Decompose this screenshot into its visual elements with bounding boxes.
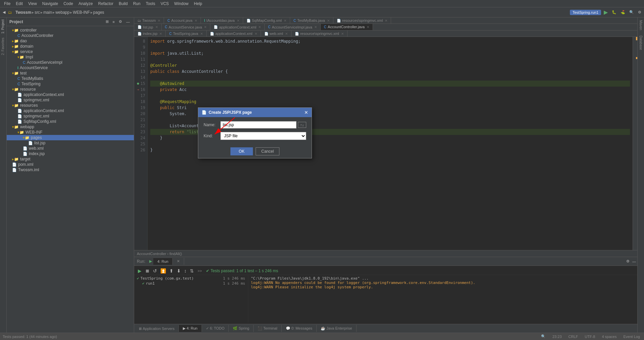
tree-controller[interactable]: ▾📁controller <box>7 28 134 33</box>
tab-close-sqlmap[interactable]: ✕ <box>284 19 286 22</box>
tree-resource[interactable]: ▾📁resource <box>7 87 134 92</box>
tab-close-testspring[interactable]: ✕ <box>200 32 203 36</box>
run-jump-btn[interactable]: ⏫ <box>159 268 167 274</box>
run-output[interactable]: "C:\Program Files\Java\jdk1.8.0_192\bin\… <box>248 275 637 323</box>
menu-analyze[interactable]: Analyze <box>76 1 96 7</box>
modal-kind-select[interactable]: JSP file JSPX file <box>220 132 306 140</box>
tree-twossmiml[interactable]: 📄Twossm.iml <box>7 167 134 173</box>
menu-navigate[interactable]: Navigate <box>40 1 61 7</box>
modal-ok-btn[interactable]: OK <box>230 147 253 155</box>
menu-code[interactable]: Code <box>61 1 76 7</box>
run-sort-btn[interactable]: ↕ <box>183 268 187 274</box>
sidebar-layout-btn[interactable]: ⊞ <box>104 19 110 25</box>
tab-close-springmvc[interactable]: ✕ <box>385 19 387 22</box>
modal-cancel-btn[interactable]: Cancel <box>256 147 279 155</box>
run-play-btn[interactable]: ▶ <box>137 268 143 274</box>
run-expand-btn[interactable]: ⬆ <box>168 268 174 274</box>
run-rerun-btn[interactable]: ↺ <box>152 268 158 274</box>
tree-sqlmapconfig[interactable]: 📄SqlMapConfig.xml <box>7 119 134 124</box>
tab-webxml[interactable]: 📄 web.xml ✕ <box>261 31 291 37</box>
status-encoding[interactable]: UTF-8 <box>583 335 596 339</box>
tab-indexjsp[interactable]: 📄 index.jsp ✕ <box>134 31 166 37</box>
tree-dao[interactable]: ▸📁dao <box>7 38 134 44</box>
tab-iaccountdao[interactable]: I IAccountdao.java ✕ <box>201 17 243 23</box>
tab-testmybatis[interactable]: C TestMyBatis.java ✕ <box>290 17 333 23</box>
tab-accountcontroller[interactable]: C AccountController.java ✕ <box>321 24 373 31</box>
bottom-tab-run-close[interactable]: ✕ <box>173 258 184 265</box>
tree-springmvc-resource[interactable]: 📄springmvc.xml <box>7 97 134 103</box>
tree-pages[interactable]: ▾📁pages <box>7 135 134 140</box>
tree-webinf[interactable]: ▾📁WEB-INF <box>7 130 134 135</box>
tree-accountservice[interactable]: IAccountService <box>7 65 134 70</box>
status-eventlog[interactable]: Event Log <box>622 335 641 339</box>
settings-btn[interactable]: ⚙ <box>637 9 643 15</box>
tab-close-twossm[interactable]: ✕ <box>158 19 160 22</box>
sidebar-settings-btn[interactable]: ⚙ <box>117 19 123 25</box>
sidebar-close-btn[interactable]: — <box>125 19 131 25</box>
tab-close-appcontext2[interactable]: ✕ <box>255 32 257 36</box>
coverage-btn[interactable]: ⛳ <box>619 9 627 15</box>
menu-help[interactable]: Help <box>191 1 205 7</box>
bottom-bar-run[interactable]: ▶ 4: Run <box>179 325 202 332</box>
tab-close-listjsp[interactable]: ✕ <box>155 25 158 29</box>
tab-appcontext2[interactable]: 📄 applicationContext.xml ✕ <box>207 31 261 37</box>
bottom-tab-run[interactable]: 4: Run <box>153 258 172 265</box>
tab-sqlmapconfig[interactable]: 📄 SqlMapConfig.xml ✕ <box>243 17 290 23</box>
run-settings-btn[interactable]: ⚙ <box>625 258 631 264</box>
tree-testmybatis[interactable]: CTestMyBatis <box>7 76 134 81</box>
tab-close-accountcontroller[interactable]: ✕ <box>367 25 369 29</box>
project-panel-btn[interactable]: 1: Project <box>0 17 6 36</box>
menu-edit[interactable]: Edit <box>13 1 25 7</box>
bottom-bar-spring[interactable]: 🌿 Spring <box>229 325 254 332</box>
breadcrumb-webapp[interactable]: webapp <box>55 10 69 15</box>
tree-webapp[interactable]: ▾📁webapp <box>7 124 134 130</box>
bottom-bar-messages[interactable]: 💬 0: Messages <box>282 325 317 332</box>
tab-appcontext[interactable]: 📄 applicationContext.xml ✕ <box>210 24 265 30</box>
tree-pomxml[interactable]: 📄pom.xml <box>7 162 134 167</box>
breadcrumb-webinf[interactable]: WEB-INF <box>73 10 90 15</box>
debug-btn[interactable]: 🐛 <box>610 9 618 15</box>
tab-close-indexjsp[interactable]: ✕ <box>159 32 162 36</box>
favorites-panel-btn[interactable]: 2: Favorites <box>0 36 6 57</box>
status-spaces[interactable]: 4 spaces <box>600 335 618 339</box>
menu-vcs[interactable]: VCS <box>158 1 172 7</box>
tree-webxml[interactable]: 📄web.xml <box>7 146 134 151</box>
back-btn[interactable]: ◀ <box>1 9 7 15</box>
tab-close-account[interactable]: ✕ <box>195 19 197 22</box>
run-minimize-btn[interactable]: — <box>631 259 637 264</box>
menu-tools[interactable]: Tools <box>143 1 158 7</box>
tree-service[interactable]: ▾📁service <box>7 49 134 54</box>
tab-listjsp[interactable]: 📄 list.jsp ✕ <box>134 24 162 30</box>
tree-impl[interactable]: ▾📁Impl <box>7 54 134 60</box>
status-search[interactable]: 🔍 <box>540 334 547 339</box>
tab-testspringjava[interactable]: C TestSpring.java ✕ <box>166 31 206 37</box>
run-sort2-btn[interactable]: ⇅ <box>189 268 195 274</box>
breadcrumb-src[interactable]: src <box>35 10 40 15</box>
tree-indexjsp[interactable]: 📄index.jsp <box>7 151 134 156</box>
tree-accountcontroller[interactable]: CAccountController <box>7 33 134 38</box>
menu-build[interactable]: Build <box>116 1 130 7</box>
run-btn[interactable]: ▶ <box>602 8 609 16</box>
right-tab-database[interactable]: Database <box>638 33 643 53</box>
tree-appcontext-resources[interactable]: 📄applicationContext.xml <box>7 108 134 113</box>
tab-close-accountservice[interactable]: ✕ <box>204 25 207 29</box>
breadcrumb-main[interactable]: main <box>43 10 52 15</box>
status-crlf[interactable]: CRLF <box>567 335 580 339</box>
tree-springmvc-resources[interactable]: 📄springmvc.xml <box>7 113 134 119</box>
breadcrumb-project[interactable]: Twossm <box>15 10 31 15</box>
run-more-btn[interactable]: >> <box>198 269 202 273</box>
bottom-bar-todo[interactable]: ✓ 6: TODO <box>202 325 229 332</box>
tab-accountservice[interactable]: C AccountService.java ✕ <box>162 24 211 30</box>
tree-target[interactable]: ▸📁target <box>7 156 134 162</box>
tree-testspring[interactable]: CTestSpring <box>7 81 134 87</box>
bottom-bar-appservers[interactable]: 🖥 Application Servers <box>134 325 179 332</box>
tab-springmvc2[interactable]: 📄 resource\springmvc.xml ✕ <box>291 31 347 37</box>
tab-springmvc[interactable]: 📄 resources\springmvc.xml ✕ <box>333 17 391 23</box>
search-btn[interactable]: 🔍 <box>628 9 635 15</box>
modal-name-input[interactable] <box>220 121 297 129</box>
menu-file[interactable]: File <box>1 1 13 7</box>
bottom-bar-terminal[interactable]: ⬛ Terminal <box>254 325 281 332</box>
menu-refactor[interactable]: Refactor <box>96 1 116 7</box>
run-collapse-btn[interactable]: ⬇ <box>176 268 182 274</box>
tree-test[interactable]: ▾📁test <box>7 70 134 76</box>
